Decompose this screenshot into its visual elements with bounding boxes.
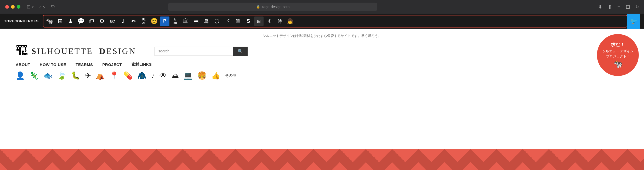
address-bar[interactable]: 🔒 kage-design.com [168,3,377,11]
music-note-icon[interactable]: ♩ [118,17,128,26]
nav-how-to-use[interactable]: HOW TO USE [40,62,66,67]
nav-project[interactable]: PROJECT [102,62,122,67]
building-icon[interactable]: 🏛 [181,17,190,26]
s-letter-icon[interactable]: S [244,17,253,26]
figure-icon[interactable]: ♟ [66,17,75,26]
grid-active-icon[interactable]: ⊞ [254,17,264,26]
toolbar-icons-container: 🐄 ⊞ ♟ 💬 🏷 ⚙ EC ♩ LINE FLAT 😊 P icon 🏛 🛏 … [43,15,627,28]
nav-arrows: ‹ › [39,4,45,10]
smile-icon[interactable]: 😊 [150,17,159,26]
shield-icon: 🛡 [51,4,56,10]
url-text: kage-design.com [262,5,290,9]
iconset-icon[interactable]: icon [170,17,180,26]
animal-icon[interactable]: 🐄 [45,17,54,26]
bed-icon[interactable]: 🛏 [191,17,201,26]
site-title: SILHOUETTE DESIGN [31,46,136,56]
traffic-lights [5,5,20,9]
main-content: シルエットデザインは影絵素材をひたすら保管するサイトです。早く帰ろう。 🏗 SI… [0,29,644,170]
lock-icon: 🔒 [256,5,260,9]
laptop-category[interactable]: 💻 [184,71,193,80]
nav-about[interactable]: ABOUT [16,62,30,67]
promo-subtitle: シルエット デザイン プロジェクト！ [602,49,634,58]
category-icons: 👤 🦎 🐟 🍃 🐛 ✈ ⛺ 📍 💊 🧥 ♪ 👁 ⛰ 💻 🍔 👍 その他 [16,69,628,82]
burger-category[interactable]: 🍔 [197,71,207,80]
nav-menu: ABOUT HOW TO USE TEARMS PROJECT 素材LINKS [16,59,628,69]
toolbar: TopeconHeroes 🐄 ⊞ ♟ 💬 🏷 ⚙ EC ♩ LINE FLAT… [0,14,644,29]
bird-icon[interactable]: 鳥 [202,17,211,26]
browser-actions: ⬇ ⬆ + ⊡ ↻ [598,4,639,10]
new-tab-icon[interactable]: + [617,4,620,10]
layout-icon[interactable]: ⊞ [55,17,65,26]
katakana-do-icon[interactable]: ド [223,17,232,26]
maximize-button[interactable] [17,5,20,9]
other-category[interactable]: その他 [225,73,236,78]
search-input[interactable] [155,47,233,56]
camp-category[interactable]: ⛺ [96,71,105,80]
cow-icon: 🐄 [613,60,623,68]
minimize-button[interactable] [11,5,15,9]
promo-circle[interactable]: 求む！ シルエット デザイン プロジェクト！ 🐄 [597,34,639,76]
gear-icon[interactable]: ⚙ [97,17,107,26]
nav-tearms[interactable]: TEARMS [76,62,93,67]
line-icon[interactable]: LINE [129,17,138,26]
brush-icon[interactable]: 筆 [233,17,243,26]
site-header: シルエットデザインは影絵素材をひたすら保管するサイトです。早く帰ろう。 🏗 SI… [0,29,644,85]
plane-category[interactable]: ✈ [85,71,91,80]
back-button[interactable]: ‹ [39,4,41,10]
time-kanji-icon[interactable]: 時 [275,17,284,26]
music-category[interactable]: ♪ [151,72,155,80]
jacket-category[interactable]: 🧥 [137,71,146,80]
search-button[interactable]: 🔍 [233,47,248,56]
forward-button[interactable]: › [43,4,45,10]
header-middle: 🏗 SILHOUETTE DESIGN 🔍 [16,43,628,59]
capsule-category[interactable]: 💊 [123,71,133,80]
tagline: シルエットデザインは影絵素材をひたすら保管するサイトです。早く帰ろう。 [16,31,628,40]
pin-category[interactable]: 📍 [110,71,119,80]
speech-icon[interactable]: 💬 [76,17,86,26]
search-form: 🔍 [155,47,248,56]
eye-category[interactable]: 👁 [159,71,167,80]
mountain-category[interactable]: ⛰ [172,71,179,80]
like-category[interactable]: 👍 [211,71,220,80]
bookmark-icon[interactable]: 🏷 [87,17,96,26]
leaf-category[interactable]: 🍃 [57,71,66,80]
close-button[interactable] [5,5,9,9]
fish-category[interactable]: 🐟 [43,71,53,80]
ec-icon[interactable]: EC [108,17,117,26]
flat-icon[interactable]: FLAT [139,17,149,26]
person-category[interactable]: 👤 [16,71,25,80]
twitter-button[interactable]: 🐦 [627,14,640,29]
browser-chrome: ⊡∨ ‹ › 🛡 🔒 kage-design.com ⬇ ⬆ + ⊡ ↻ [0,0,644,14]
promo-title: 求む！ [611,42,625,48]
download-icon[interactable]: ⬇ [598,4,602,10]
toolbar-brand: TopeconHeroes [4,19,39,23]
lighthouse-icon: 🏗 [16,45,28,57]
monster-category[interactable]: 🦎 [30,71,39,80]
hex-icon[interactable]: ⬡ [212,17,222,26]
nav-links[interactable]: 素材LINKS [131,62,152,67]
bug-category[interactable]: 🐛 [71,71,80,80]
twitter-icon: 🐦 [630,18,637,25]
face-icon[interactable]: 👧 [286,17,295,26]
reload-icon[interactable]: ↻ [635,4,639,9]
sidebar-toggle[interactable]: ⊡∨ [27,4,34,10]
bottom-decoration [0,149,644,170]
share-icon[interactable]: ⬆ [608,4,612,10]
parking-icon[interactable]: P [160,17,169,26]
logo-area: 🏗 SILHOUETTE DESIGN [16,45,136,57]
burst-icon[interactable]: ✳ [265,17,274,26]
tabs-icon[interactable]: ⊡ [626,4,630,10]
